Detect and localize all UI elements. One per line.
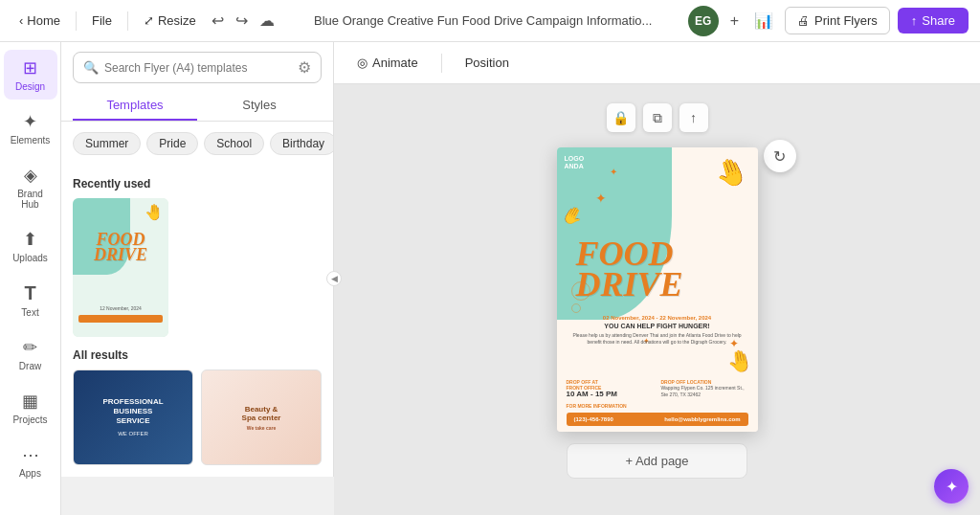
flyer-phone: (123)-456-7890 — [574, 416, 613, 422]
ai-assist-button[interactable]: ✦ — [934, 469, 969, 504]
analytics-button[interactable]: 📊 — [750, 8, 777, 34]
cloud-icon: ☁ — [259, 11, 275, 30]
document-controls: 🔒 ⧉ ↑ — [607, 103, 708, 132]
export-button[interactable]: ↑ — [679, 103, 708, 132]
all-results-grid: PROFESSIONALBUSINESSSERVICEWE OFFER Beau… — [73, 369, 322, 465]
recently-used-grid: 🤚 FOODDRIVE 12 November, 2024 — [73, 198, 322, 337]
nav-home-button[interactable]: ‹ Home — [11, 10, 68, 32]
flyer-location-info: DROP OFF LOCATION Wapping Flypen Co. 125… — [661, 379, 748, 399]
sidebar-item-projects[interactable]: ▦ Projects — [4, 383, 57, 433]
search-icon: 🔍 — [83, 60, 99, 75]
filter-icon[interactable]: ⚙ — [298, 58, 311, 77]
canvas-document-area: 🔒 ⧉ ↑ ↻ LOGOANDA 🤚 🤚 🤚 ✦ ✦ — [557, 103, 758, 479]
chip-birthday[interactable]: Birthday — [270, 132, 333, 155]
food-drive-preview: 🤚 FOODDRIVE 12 November, 2024 — [73, 198, 168, 337]
flyer-title-drive: DRIVE — [576, 269, 748, 300]
nav-file-label: File — [92, 13, 112, 28]
flyer-hunger-text: YOU CAN HELP FIGHT HUNGER! — [571, 323, 744, 329]
share-icon: ↑ — [911, 13, 918, 28]
avatar[interactable]: EG — [688, 6, 719, 36]
elements-icon: ✦ — [23, 111, 37, 132]
chart-icon: 📊 — [754, 11, 773, 30]
flyer-hours: 10 AM - 15 PM — [567, 391, 654, 399]
sidebar-item-projects-label: Projects — [12, 414, 47, 425]
tab-styles[interactable]: Styles — [197, 91, 322, 121]
add-collaborator-button[interactable]: + — [726, 9, 743, 34]
nav-resize-label: Resize — [158, 13, 196, 28]
panel-collapse-button[interactable]: ◀ — [326, 271, 342, 286]
canvas-toolbar: ◎ Animate Position — [334, 42, 980, 84]
sidebar-item-draw[interactable]: ✏ Draw — [4, 329, 57, 379]
main-body: ⊞ Design ✦ Elements ◈ Brand Hub ⬆ Upload… — [0, 42, 980, 515]
chip-pride[interactable]: Pride — [146, 132, 198, 155]
nav-divider-1 — [76, 11, 77, 31]
animate-button[interactable]: ◎ Animate — [349, 52, 426, 74]
print-label: Print Flyers — [814, 13, 878, 28]
nav-file-button[interactable]: File — [84, 10, 120, 32]
sidebar-item-design[interactable]: ⊞ Design — [4, 50, 57, 100]
sidebar-item-text[interactable]: T Text — [4, 275, 57, 325]
flyer-description: Please help us by attending Denver Thai … — [571, 332, 744, 346]
search-bar[interactable]: 🔍 ⚙ — [73, 52, 322, 83]
flyer-bottom-row: DROP OFF ATFRONT OFFICE 10 AM - 15 PM DR… — [567, 379, 748, 399]
print-flyers-button[interactable]: 🖨 Print Flyers — [785, 7, 890, 34]
lock-button[interactable]: 🔒 — [607, 103, 635, 132]
share-button[interactable]: ↑ Share — [898, 8, 969, 34]
design-icon: ⊞ — [23, 57, 37, 78]
sidebar-item-elements-label: Elements — [11, 135, 51, 146]
sidebar-item-text-label: Text — [21, 307, 38, 318]
chip-summer[interactable]: Summer — [73, 132, 141, 155]
flyer-date: 02 November, 2024 - 22 November, 2024 — [571, 315, 744, 321]
panel-tabs: Templates Styles — [61, 83, 333, 122]
copy-button[interactable]: ⧉ — [643, 103, 672, 132]
print-icon: 🖨 — [797, 13, 810, 28]
sidebar-item-design-label: Design — [15, 81, 45, 92]
recently-used-heading: Recently used — [73, 177, 322, 190]
canvas-main[interactable]: 🔒 ⧉ ↑ ↻ LOGOANDA 🤚 🤚 🤚 ✦ ✦ — [334, 84, 980, 515]
sparkle-2: ✦ — [595, 190, 607, 206]
redo-button[interactable]: ↪ — [232, 8, 252, 34]
flyer-hand-bottom-right: 🤚 — [724, 347, 754, 376]
template-spa[interactable]: Beauty &Spa center We take care — [201, 369, 322, 465]
sidebar-item-elements[interactable]: ✦ Elements — [4, 103, 57, 153]
template-business[interactable]: PROFESSIONALBUSINESSSERVICEWE OFFER — [73, 369, 193, 465]
nav-resize-button[interactable]: ⤢ Resize — [136, 10, 204, 32]
sidebar-item-brand-label: Brand Hub — [10, 189, 52, 210]
nav-right-section: EG + 📊 🖨 Print Flyers ↑ Share — [688, 6, 969, 36]
text-icon: T — [24, 282, 35, 304]
template-business-text: PROFESSIONALBUSINESSSERVICEWE OFFER — [102, 397, 163, 438]
template-spa-text: Beauty &Spa center We take care — [242, 405, 281, 431]
animate-icon: ◎ — [357, 56, 368, 70]
sidebar-item-apps[interactable]: ⋯ Apps — [4, 437, 57, 486]
undo-button[interactable]: ↩ — [208, 8, 228, 34]
sparkle-1: ✦ — [610, 167, 617, 177]
flyer-logo: LOGOANDA — [565, 155, 585, 171]
sidebar-item-brand[interactable]: ◈ Brand Hub — [4, 157, 57, 217]
panel-search-section: 🔍 ⚙ — [61, 42, 333, 83]
flyer-more-info: FOR MORE INFORMATION — [567, 403, 748, 409]
sidebar-item-apps-label: Apps — [19, 468, 41, 479]
sidebar-item-uploads-label: Uploads — [12, 253, 48, 263]
tab-templates[interactable]: Templates — [73, 91, 197, 121]
flyer-canvas[interactable]: LOGOANDA 🤚 🤚 🤚 ✦ ✦ ✦ ✦ — [557, 147, 758, 432]
sidebar-item-draw-label: Draw — [19, 361, 41, 371]
filter-chips: Summer Pride School Birthday › — [61, 122, 333, 166]
search-input[interactable] — [104, 61, 292, 75]
chip-school[interactable]: School — [204, 132, 264, 155]
undo-icon: ↩ — [212, 11, 224, 30]
plus-icon: + — [730, 12, 739, 30]
sidebar-item-uploads[interactable]: ⬆ Uploads — [4, 221, 57, 271]
all-results-heading: All results — [73, 348, 322, 362]
nav-divider-2 — [127, 11, 128, 31]
cloud-save-button[interactable]: ☁ — [256, 8, 278, 34]
position-button[interactable]: Position — [457, 52, 517, 74]
refresh-button[interactable]: ↻ — [764, 140, 796, 172]
toolbar-separator — [441, 54, 442, 73]
flyer-contact-bar: (123)-456-7890 hello@wabblygremlins.com — [567, 413, 748, 426]
left-sidebar: ⊞ Design ✦ Elements ◈ Brand Hub ⬆ Upload… — [0, 42, 61, 515]
share-label: Share — [922, 13, 955, 28]
add-page-button[interactable]: + Add page — [567, 443, 746, 479]
projects-icon: ▦ — [22, 391, 38, 412]
template-food-drive[interactable]: 🤚 FOODDRIVE 12 November, 2024 — [73, 198, 168, 337]
draw-icon: ✏ — [23, 337, 37, 358]
